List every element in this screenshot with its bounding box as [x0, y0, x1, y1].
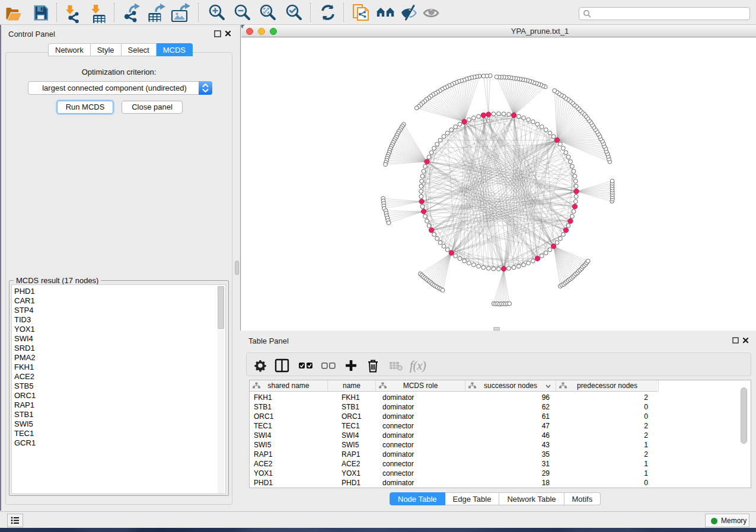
svg-text:f(x): f(x)	[410, 359, 426, 373]
